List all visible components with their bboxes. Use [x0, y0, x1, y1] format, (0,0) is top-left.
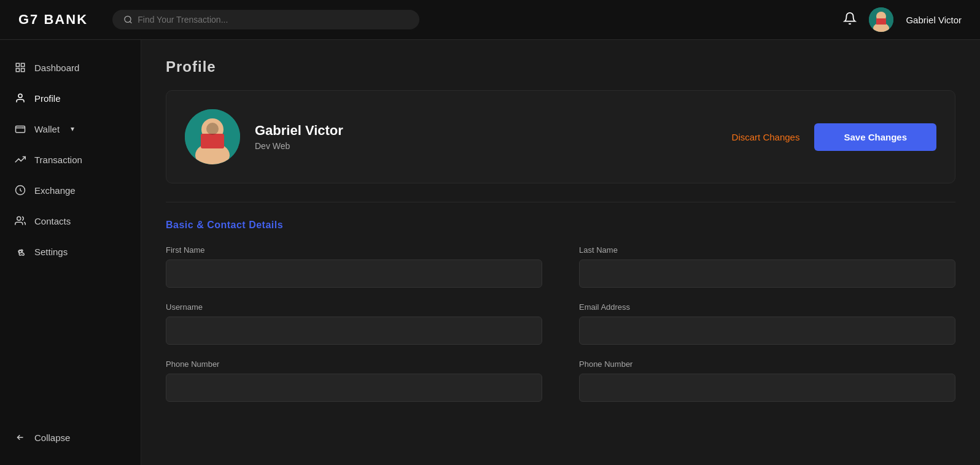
label-username: Username	[166, 302, 542, 312]
avatar-svg	[185, 109, 240, 164]
contacts-icon	[15, 215, 26, 226]
save-changes-button[interactable]: Save Changes	[814, 123, 936, 151]
svg-line-1	[130, 21, 132, 23]
svg-point-20	[206, 123, 219, 135]
svg-rect-6	[16, 63, 19, 66]
sidebar-item-settings[interactable]: Settings	[0, 236, 141, 267]
form-grid: First Name Last Name Username Email Addr…	[166, 245, 955, 402]
main-layout: Dashboard Profile Wallet ▾	[0, 40, 980, 465]
nav-right: Gabriel Victor	[843, 7, 962, 32]
sidebar-label-settings: Settings	[34, 247, 68, 257]
section-title: Basic & Contact Details	[166, 220, 955, 231]
sidebar-item-collapse[interactable]: Collapse	[0, 422, 141, 453]
topnav: G7 BANK Gabriel Victor	[0, 0, 980, 40]
profile-role: Dev Web	[255, 141, 717, 151]
field-phone-2: Phone Number	[579, 359, 955, 402]
input-phone-2[interactable]	[579, 374, 955, 402]
sidebar-item-wallet[interactable]: Wallet ▾	[0, 113, 141, 144]
input-phone-1[interactable]	[166, 374, 542, 402]
svg-point-0	[125, 16, 131, 22]
svg-rect-11	[16, 126, 25, 133]
profile-info: Gabriel Victor Dev Web	[255, 123, 717, 151]
sidebar-item-transaction[interactable]: Transaction	[0, 144, 141, 175]
field-last-name: Last Name	[579, 245, 955, 288]
app-logo: G7 BANK	[18, 12, 88, 28]
collapse-icon	[15, 432, 26, 443]
sidebar-item-contacts[interactable]: Contacts	[0, 206, 141, 236]
input-first-name[interactable]	[166, 259, 542, 288]
profile-card: Gabriel Victor Dev Web Discart Changes S…	[166, 90, 955, 183]
page-title: Profile	[166, 58, 955, 75]
label-phone-1: Phone Number	[166, 359, 542, 369]
svg-rect-5	[876, 18, 886, 25]
sidebar: Dashboard Profile Wallet ▾	[0, 40, 141, 465]
sidebar-label-exchange: Exchange	[34, 185, 76, 196]
settings-icon	[15, 246, 26, 257]
chevron-down-icon: ▾	[71, 125, 74, 133]
profile-actions: Discart Changes Save Changes	[732, 123, 936, 151]
profile-icon	[15, 93, 26, 104]
label-phone-2: Phone Number	[579, 359, 955, 369]
label-last-name: Last Name	[579, 245, 955, 255]
avatar-image	[869, 7, 893, 32]
input-last-name[interactable]	[579, 259, 955, 288]
search-bar[interactable]	[112, 10, 419, 29]
svg-point-10	[18, 94, 22, 98]
svg-rect-7	[21, 63, 25, 66]
dashboard-icon	[15, 62, 26, 73]
svg-point-13	[17, 217, 21, 220]
sidebar-label-transaction: Transaction	[34, 155, 82, 165]
search-icon	[123, 15, 133, 25]
sidebar-item-profile[interactable]: Profile	[0, 83, 141, 113]
profile-avatar	[185, 109, 240, 164]
field-username: Username	[166, 302, 542, 345]
input-username[interactable]	[166, 317, 542, 345]
form-section: Basic & Contact Details First Name Last …	[166, 220, 955, 402]
sidebar-label-wallet: Wallet	[34, 124, 60, 134]
svg-rect-8	[16, 69, 19, 72]
svg-rect-19	[201, 134, 224, 148]
field-first-name: First Name	[166, 245, 542, 288]
exchange-icon	[15, 185, 26, 196]
main-content: Profile Gabriel Victor Dev Web Discart C…	[141, 40, 980, 465]
wallet-icon	[15, 123, 26, 134]
sidebar-label-collapse: Collapse	[34, 432, 70, 443]
label-email: Email Address	[579, 302, 955, 312]
label-first-name: First Name	[166, 245, 542, 255]
field-phone-1: Phone Number	[166, 359, 542, 402]
header-username: Gabriel Victor	[906, 15, 962, 25]
notification-icon[interactable]	[843, 12, 857, 28]
avatar	[869, 7, 893, 32]
transaction-icon	[15, 154, 26, 165]
discard-changes-button[interactable]: Discart Changes	[732, 132, 800, 142]
profile-name: Gabriel Victor	[255, 123, 717, 139]
sidebar-item-exchange[interactable]: Exchange	[0, 175, 141, 206]
field-email: Email Address	[579, 302, 955, 345]
sidebar-label-profile: Profile	[34, 93, 61, 104]
divider	[166, 202, 955, 202]
search-input[interactable]	[138, 15, 408, 25]
input-email[interactable]	[579, 317, 955, 345]
svg-rect-9	[21, 69, 25, 72]
sidebar-item-dashboard[interactable]: Dashboard	[0, 52, 141, 83]
sidebar-label-dashboard: Dashboard	[34, 63, 79, 73]
sidebar-label-contacts: Contacts	[34, 216, 71, 226]
